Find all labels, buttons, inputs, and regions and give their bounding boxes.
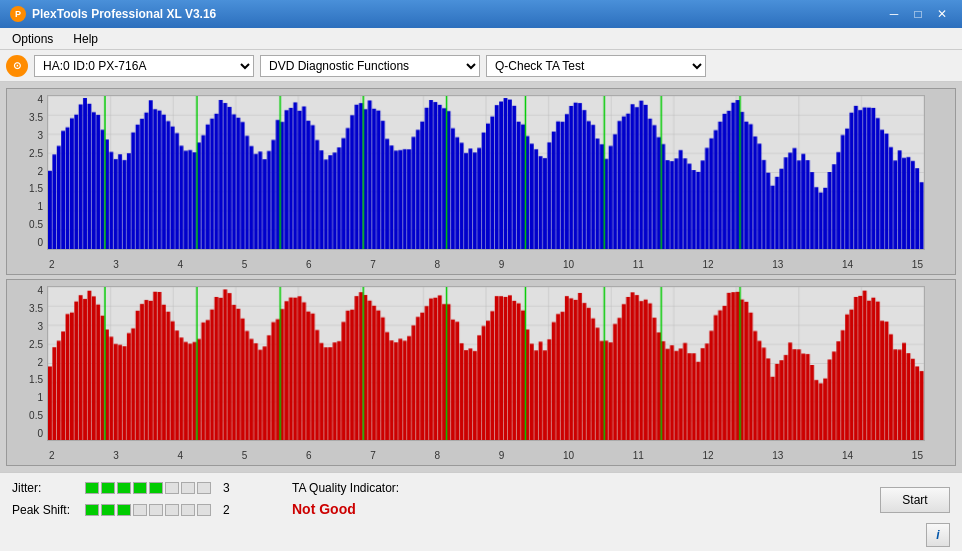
jitter-seg-5 — [149, 482, 163, 494]
ta-quality-value: Not Good — [292, 501, 399, 517]
top-chart-x-axis: 2 3 4 5 6 7 8 9 10 11 12 13 14 15 — [47, 259, 925, 270]
bottom-chart-container: 4 3.5 3 2.5 2 1.5 1 0.5 0 2 3 4 5 6 7 8 … — [6, 279, 956, 466]
drive-select[interactable]: HA:0 ID:0 PX-716A — [34, 55, 254, 77]
title-bar: P PlexTools Professional XL V3.16 ─ □ ✕ — [0, 0, 962, 28]
peak-shift-label: Peak Shift: — [12, 503, 77, 517]
menu-help[interactable]: Help — [65, 30, 106, 48]
ta-section: TA Quality Indicator: Not Good — [292, 481, 399, 517]
peak-seg-4 — [133, 504, 147, 516]
peak-seg-8 — [197, 504, 211, 516]
top-chart-y-axis: 4 3.5 3 2.5 2 1.5 1 0.5 0 — [7, 95, 47, 250]
window-title: PlexTools Professional XL V3.16 — [32, 7, 216, 21]
bottom-chart-y-axis: 4 3.5 3 2.5 2 1.5 1 0.5 0 — [7, 286, 47, 441]
peak-shift-value: 2 — [223, 503, 230, 517]
start-button[interactable]: Start — [880, 487, 950, 513]
function-select[interactable]: DVD Diagnostic Functions — [260, 55, 480, 77]
minimize-button[interactable]: ─ — [884, 6, 904, 22]
peak-seg-7 — [181, 504, 195, 516]
app-icon: P — [10, 6, 26, 22]
jitter-row: Jitter: 3 — [12, 481, 252, 495]
top-chart-container: 4 3.5 3 2.5 2 1.5 1 0.5 0 2 3 4 5 6 7 8 … — [6, 88, 956, 275]
test-select[interactable]: Q-Check TA Test — [486, 55, 706, 77]
menu-bar: Options Help — [0, 28, 962, 50]
metrics-section: Jitter: 3 Peak Shift: — [12, 481, 252, 517]
main-content: 4 3.5 3 2.5 2 1.5 1 0.5 0 2 3 4 5 6 7 8 … — [0, 82, 962, 472]
peak-seg-5 — [149, 504, 163, 516]
toolbar: ⊙ HA:0 ID:0 PX-716A DVD Diagnostic Funct… — [0, 50, 962, 82]
jitter-seg-2 — [101, 482, 115, 494]
bottom-chart-area — [47, 286, 925, 441]
peak-seg-3 — [117, 504, 131, 516]
peak-seg-2 — [101, 504, 115, 516]
peak-shift-meter — [85, 504, 211, 516]
jitter-seg-8 — [197, 482, 211, 494]
bottom-panel: Jitter: 3 Peak Shift: — [0, 472, 962, 551]
jitter-seg-6 — [165, 482, 179, 494]
bottom-chart-x-axis: 2 3 4 5 6 7 8 9 10 11 12 13 14 15 — [47, 450, 925, 461]
jitter-seg-1 — [85, 482, 99, 494]
maximize-button[interactable]: □ — [908, 6, 928, 22]
jitter-seg-7 — [181, 482, 195, 494]
close-button[interactable]: ✕ — [932, 6, 952, 22]
peak-seg-1 — [85, 504, 99, 516]
drive-icon: ⊙ — [6, 55, 28, 77]
ta-quality-label: TA Quality Indicator: — [292, 481, 399, 495]
jitter-seg-4 — [133, 482, 147, 494]
button-group: Start i — [880, 481, 950, 547]
info-button[interactable]: i — [926, 523, 950, 547]
jitter-meter — [85, 482, 211, 494]
jitter-value: 3 — [223, 481, 230, 495]
top-chart-area — [47, 95, 925, 250]
peak-shift-row: Peak Shift: 2 — [12, 503, 252, 517]
peak-seg-6 — [165, 504, 179, 516]
jitter-seg-3 — [117, 482, 131, 494]
jitter-label: Jitter: — [12, 481, 77, 495]
menu-options[interactable]: Options — [4, 30, 61, 48]
